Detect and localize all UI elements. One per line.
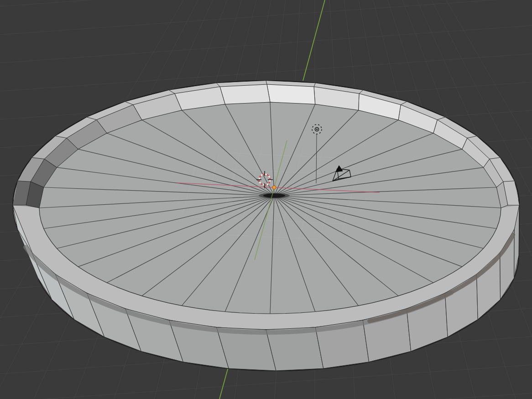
blender-3d-viewport[interactable] — [0, 0, 532, 399]
light-center-dot — [316, 129, 318, 130]
fan-center-blob — [263, 194, 285, 198]
viewport-canvas[interactable] — [0, 0, 532, 399]
object-origin-dot — [272, 186, 276, 189]
